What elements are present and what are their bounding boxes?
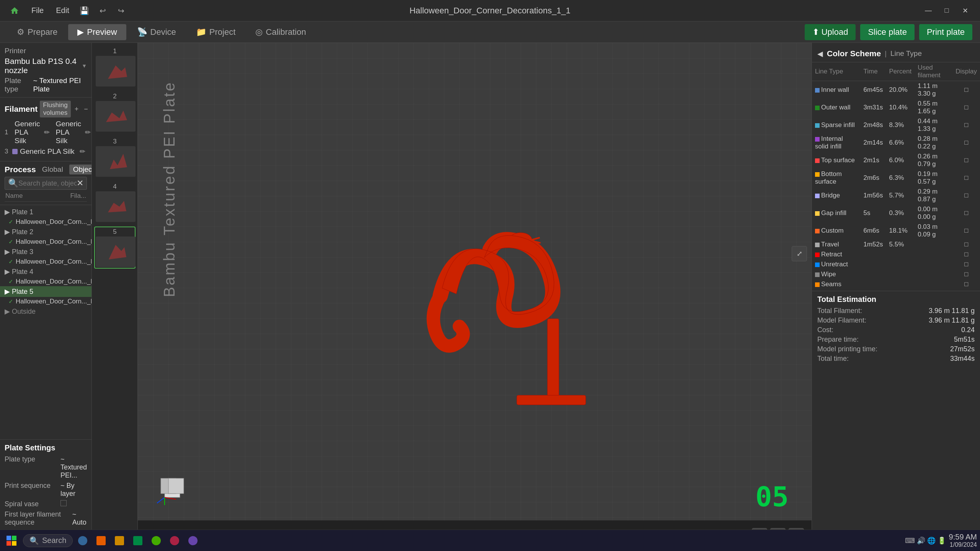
slice-button[interactable]: Slice plate <box>860 24 915 40</box>
ltt-display-0[interactable]: ☐ <box>952 81 980 99</box>
taskbar-icon-6[interactable] <box>166 532 183 549</box>
win-close[interactable]: ✕ <box>956 5 974 17</box>
thumb-num-2: 2 <box>96 93 134 100</box>
te-val-modelprint: 27m52s <box>950 345 975 353</box>
win-controls: — □ ✕ <box>920 5 974 17</box>
search-clear-icon[interactable]: ✕ <box>77 178 83 188</box>
filament-name-1b[interactable]: Generic PLA Silk <box>56 120 82 145</box>
upload-button[interactable]: ⬆ Upload <box>805 24 856 40</box>
ltt-type-2: Sparse infill <box>812 116 861 134</box>
win-maximize[interactable]: □ <box>938 5 956 17</box>
filament-edit-1b[interactable]: ✏ <box>83 127 92 137</box>
thumb-img-4 <box>96 191 136 222</box>
ltt-time-10 <box>861 249 886 259</box>
ltt-display-13[interactable]: ☐ <box>952 279 980 289</box>
obj-row-4: ✓ Halloween_Door_Corn..._Decorations_1_4… <box>0 277 91 286</box>
device-icon: 📡 <box>137 27 147 37</box>
taskbar-icon-2[interactable] <box>93 532 109 549</box>
menu-edit[interactable]: Edit <box>52 5 73 16</box>
ps-label-printseq: Print sequence <box>5 482 58 490</box>
taskbar-icon-4[interactable] <box>129 532 146 549</box>
ltt-display-11[interactable]: ☐ <box>952 259 980 269</box>
ltt-display-1[interactable]: ☐ <box>952 99 980 116</box>
ltt-display-6[interactable]: ☐ <box>952 187 980 204</box>
te-label-total: Total time: <box>817 355 849 363</box>
ltt-time-12 <box>861 269 886 279</box>
ltt-display-7[interactable]: ☐ <box>952 204 980 222</box>
collapse-icon[interactable]: ◀ <box>817 49 823 58</box>
thumb-item-2[interactable]: 2 <box>94 91 136 133</box>
ps-val-printseq[interactable]: ~ By layer <box>60 482 87 498</box>
ps-val-firstlayer[interactable]: ~ Auto <box>72 510 87 527</box>
undo-icon[interactable]: ↩ <box>96 4 110 18</box>
plate-header-2[interactable]: ▶ Plate 2 <box>0 227 91 237</box>
ps-val-platetype[interactable]: ~ Textured PEI... <box>60 455 87 479</box>
filament-name-1a[interactable]: Generic PLA Silk <box>15 120 40 145</box>
plate-header-4[interactable]: ▶ Plate 4 <box>0 266 91 277</box>
plate-type-row: Plate type ~ Textured PEI Plate <box>5 77 87 93</box>
tab-device[interactable]: 📡 Device <box>128 24 185 40</box>
taskbar-icon-7[interactable] <box>185 532 201 549</box>
taskbar-search[interactable]: 🔍 Search <box>23 534 73 547</box>
search-bar[interactable]: 🔍 ✕ <box>5 177 87 190</box>
zoom-expand-icon[interactable]: ⤢ <box>792 246 807 261</box>
save-icon[interactable]: 💾 <box>78 4 91 18</box>
obj-name-5: Halloween_Door_Corn..._Decorations_1_5.s… <box>16 298 91 305</box>
ltt-display-3[interactable]: ☐ <box>952 134 980 152</box>
filament-edit-3[interactable]: ✏ <box>78 147 87 156</box>
ltt-display-8[interactable]: ☐ <box>952 222 980 240</box>
taskbar-icon-3[interactable] <box>111 532 128 549</box>
line-type-table: Line Type Time Percent Used filament Dis… <box>812 62 980 289</box>
flushing-volumes-button[interactable]: Flushing volumes <box>40 101 70 117</box>
filament-row-1: 1 Generic PLA Silk ✏ Generic PLA Silk ✏ <box>5 120 87 145</box>
home-icon[interactable] <box>6 2 23 19</box>
ltt-display-9[interactable]: ☐ <box>952 240 980 249</box>
filament-add-icon[interactable]: + <box>73 104 80 114</box>
menu-file[interactable]: File <box>28 5 47 16</box>
ltt-display-2[interactable]: ☐ <box>952 116 980 134</box>
ltt-filament-8: 0.03 m 0.09 g <box>915 222 952 240</box>
obj-check-1: ✓ <box>8 218 13 225</box>
tab-project[interactable]: 📁 Project <box>187 24 245 40</box>
plate-type-val[interactable]: ~ Textured PEI Plate <box>33 77 87 93</box>
start-button[interactable] <box>3 532 20 549</box>
tab-preview[interactable]: ▶ Preview <box>68 24 126 40</box>
plate-header-3[interactable]: ▶ Plate 3 <box>0 246 91 257</box>
taskbar-icon-5[interactable] <box>148 532 165 549</box>
objects-btn[interactable]: Objects <box>69 165 92 174</box>
print-button[interactable]: Print plate <box>919 24 972 40</box>
search-input[interactable] <box>18 179 77 187</box>
top-bar-left: File Edit 💾 ↩ ↪ <box>6 2 128 19</box>
ltt-display-10[interactable]: ☐ <box>952 249 980 259</box>
printer-name[interactable]: Bambu Lab P1S 0.4 nozzle ▼ <box>5 57 87 75</box>
filament-remove-icon[interactable]: − <box>82 104 90 114</box>
thumb-item-1[interactable]: 1 <box>94 46 136 88</box>
tab-calibration[interactable]: ◎ Calibration <box>246 24 315 40</box>
win-minimize[interactable]: — <box>920 5 937 17</box>
obj-name-2: Halloween_Door_Corn..._Decorations_1_2.s… <box>16 238 91 246</box>
ltt-display-5[interactable]: ☐ <box>952 169 980 187</box>
thumb-item-5[interactable]: 5 <box>94 227 136 269</box>
redo-icon[interactable]: ↪ <box>114 4 128 18</box>
taskbar-icon-1[interactable] <box>74 532 91 549</box>
ltt-time-8: 6m6s <box>861 222 886 240</box>
ltt-display-12[interactable]: ☐ <box>952 269 980 279</box>
plate-header-5[interactable]: ▶ Plate 5 <box>0 286 91 297</box>
ltt-time-4: 2m1s <box>861 152 886 169</box>
global-btn[interactable]: Global <box>38 165 67 174</box>
process-section: Process Global Objects Advanced ⚙ ⋯ 🔍 ✕ … <box>0 161 91 205</box>
thumb-num-3: 3 <box>96 138 134 145</box>
thumb-item-3[interactable]: 3 <box>94 136 136 178</box>
ltt-row-3: Internal solid infill 2m14s 6.6% 0.28 m … <box>812 134 980 152</box>
viewport[interactable]: Bambu Textured PEI Plate <box>138 43 812 551</box>
preview-icon: ▶ <box>77 27 84 37</box>
filament-edit-1[interactable]: ✏ <box>42 127 51 137</box>
thumb-item-4[interactable]: 4 <box>94 181 136 223</box>
filament-name-3[interactable]: Generic PLA Silk <box>20 147 76 156</box>
ps-checkbox-spiral[interactable] <box>60 500 67 506</box>
plate-header-1[interactable]: ▶ Plate 1 <box>0 207 91 217</box>
tab-prepare[interactable]: ⚙ Prepare <box>8 24 67 40</box>
ltt-display-4[interactable]: ☐ <box>952 152 980 169</box>
orientation-cube[interactable] <box>157 474 188 505</box>
ltt-filament-1: 0.55 m 1.65 g <box>915 99 952 116</box>
